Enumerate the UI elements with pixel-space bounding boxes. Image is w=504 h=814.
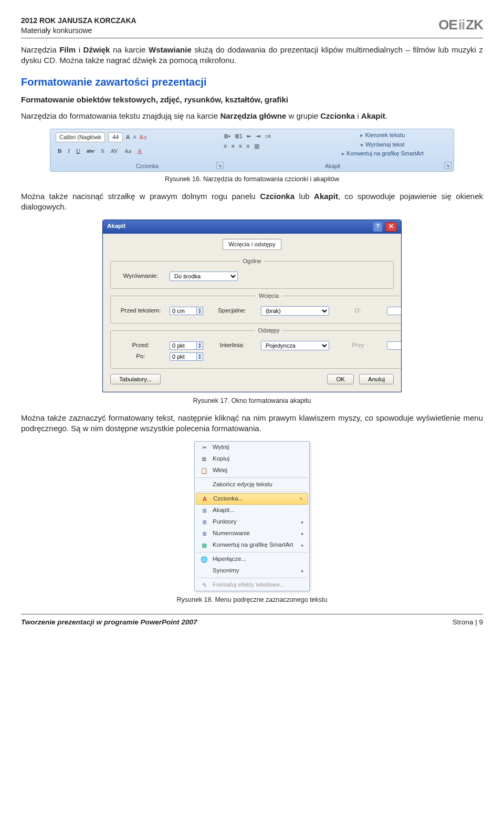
menu-wklej[interactable]: 📋Wklej xyxy=(195,465,309,476)
header-subtitle: Materiały konkursowe xyxy=(21,26,136,36)
input-przy xyxy=(387,341,402,350)
spinner-icon[interactable]: ▲▼ xyxy=(196,341,203,350)
figure-16: Calibri (Nagłówk 44 A A Aↄ B I U abc S A… xyxy=(21,129,483,184)
input-przed[interactable] xyxy=(170,341,197,350)
font-name-combo[interactable]: Calibri (Nagłówk xyxy=(56,132,105,142)
header-title: 2012 ROK JANUSZA KORCZAKA xyxy=(21,16,136,26)
indent-right-icon[interactable]: ⇥ xyxy=(256,132,260,140)
page-footer: Tworzenie prezentacji w programie PowerP… xyxy=(21,614,483,627)
logo-oeiizk: OEiiZK xyxy=(438,16,483,34)
cut-icon: ✂ xyxy=(200,443,208,452)
label-o: O: xyxy=(334,307,382,315)
menu-akapit[interactable]: ≣Akapit... xyxy=(195,505,309,516)
label-po: Po: xyxy=(117,352,164,361)
align-left-icon[interactable]: ≡ xyxy=(224,142,227,150)
figure-18: ✂Wytnij ⧉Kopiuj 📋Wklej Zakończ edycję te… xyxy=(21,441,483,604)
figure-18-caption: Rysunek 18. Menu podręczne zaznaczonego … xyxy=(21,596,483,604)
font-color-icon[interactable]: A xyxy=(135,146,144,156)
italic-icon[interactable]: I xyxy=(66,146,72,156)
align-right-icon[interactable]: ≡ xyxy=(239,142,242,150)
paragraph-2: Narzędzia do formatowania tekstu znajduj… xyxy=(21,111,483,121)
smartart-icon: ▦ xyxy=(200,541,208,549)
hyperlink-icon: 🌐 xyxy=(200,555,208,563)
header-left: 2012 ROK JANUSZA KORCZAKA Materiały konk… xyxy=(21,16,136,36)
char-spacing-icon[interactable]: AV xyxy=(108,146,120,156)
underline-icon[interactable]: U xyxy=(74,146,82,156)
group-label-font: Czcionka xyxy=(50,162,244,170)
heading-formatowanie: Formatowanie zawartości prezentacji xyxy=(21,75,483,89)
label-specjalne: Specjalne: xyxy=(208,307,256,315)
label-przy: Przy xyxy=(334,341,382,350)
menu-hiperlacze[interactable]: 🌐Hiperłącze... xyxy=(195,554,309,565)
label-wyrownanie: Wyrównanie: xyxy=(117,272,164,280)
text-direction-button[interactable]: Kierunek tekstu xyxy=(342,131,424,139)
menu-punktory[interactable]: ≣Punktory▸ xyxy=(195,516,309,528)
align-text-button[interactable]: Wyrównaj tekst xyxy=(342,141,424,149)
grow-font-icon[interactable]: A xyxy=(126,133,130,141)
menu-separator xyxy=(197,477,307,478)
spinner-icon[interactable]: ▲▼ xyxy=(196,352,203,361)
indent-left-icon[interactable]: ⇤ xyxy=(247,132,251,140)
dialog-launcher-paragraph-icon[interactable]: ↘ xyxy=(444,162,452,169)
select-specjalne[interactable]: (brak) xyxy=(261,306,329,316)
paste-icon: 📋 xyxy=(200,466,208,475)
spinner-icon[interactable]: ▲▼ xyxy=(196,307,203,315)
tab-wciecia-odstepy[interactable]: Wcięcia i odstępy xyxy=(223,239,281,251)
help-icon[interactable]: ? xyxy=(373,222,382,232)
footer-left: Tworzenie prezentacji w programie PowerP… xyxy=(21,618,197,627)
menu-separator xyxy=(197,578,307,578)
figure-16-caption: Rysunek 16. Narzędzia do formatowania cz… xyxy=(21,175,483,184)
change-case-icon[interactable]: Aↄ xyxy=(139,133,146,141)
shadow-icon[interactable]: S xyxy=(99,146,106,156)
shrink-font-icon[interactable]: A xyxy=(133,134,136,140)
paragraph-3: Można także nacisnąć strzałkę w prawym d… xyxy=(21,191,483,213)
paragraph-1: Narzędzia Film i Dźwięk na karcie Wstawi… xyxy=(21,45,483,66)
chevron-right-icon: ▸ xyxy=(301,542,304,548)
paragraph-icon: ≣ xyxy=(200,506,208,515)
convert-smartart-button[interactable]: Konwertuj na grafikę SmartArt xyxy=(342,150,424,158)
text-effects-icon: ✎ xyxy=(200,581,208,589)
copy-icon: ⧉ xyxy=(200,455,208,463)
input-po[interactable] xyxy=(170,352,197,361)
menu-czcionka[interactable]: ACzcionka...↖ xyxy=(196,493,308,505)
numbering-icon[interactable]: ≣1 xyxy=(235,132,243,140)
footer-right: Strona | 9 xyxy=(453,618,483,627)
paragraph-4: Można także zaznaczyć formatowany tekst,… xyxy=(21,413,483,434)
figure-17-caption: Rysunek 17. Okno formatowania akapitu xyxy=(21,396,483,405)
menu-synonimy[interactable]: Synonimy▸ xyxy=(195,565,309,577)
menu-smartart[interactable]: ▦Konwertuj na grafikę SmartArt▸ xyxy=(195,539,309,551)
select-interlinia[interactable]: Pojedyncza xyxy=(261,341,329,350)
bullets-icon[interactable]: ≣• xyxy=(224,132,230,140)
context-menu: ✂Wytnij ⧉Kopiuj 📋Wklej Zakończ edycję te… xyxy=(194,441,310,591)
change-case-icon-2[interactable]: Aa xyxy=(122,146,133,156)
font-size-combo[interactable]: 44 xyxy=(108,132,123,142)
label-przed: Przed: xyxy=(117,341,164,350)
menu-kopiuj[interactable]: ⧉Kopiuj xyxy=(195,453,309,465)
tabulatory-button[interactable]: Tabulatory... xyxy=(110,374,161,384)
line-spacing-icon[interactable]: ↕≡ xyxy=(265,132,271,140)
menu-wytnij[interactable]: ✂Wytnij xyxy=(195,442,309,453)
close-icon[interactable]: ✕ xyxy=(385,222,397,232)
menu-separator xyxy=(197,552,307,552)
align-justify-icon[interactable]: ≡ xyxy=(246,142,249,150)
group-wciecia: Wcięcia Przed tekstem: ▲▼ Specjalne: (br… xyxy=(110,292,402,323)
menu-separator xyxy=(197,492,307,492)
ribbon-font-paragraph: Calibri (Nagłówk 44 A A Aↄ B I U abc S A… xyxy=(50,129,454,172)
align-center-icon[interactable]: ≡ xyxy=(231,142,234,150)
strike-icon[interactable]: abc xyxy=(85,146,97,156)
bold-icon[interactable]: B xyxy=(56,146,64,156)
menu-format-text-effects[interactable]: ✎Formatuj efekty tekstowe... xyxy=(195,579,309,591)
select-wyrownanie[interactable]: Do środka xyxy=(170,272,238,281)
input-przed-tekstem[interactable] xyxy=(170,307,197,315)
subheading: Formatowanie obiektów tekstowych, zdjęć,… xyxy=(21,95,483,105)
page-header: 2012 ROK JANUSZA KORCZAKA Materiały konk… xyxy=(21,16,483,38)
menu-zakoncz-edycje[interactable]: Zakończ edycję tekstu xyxy=(195,479,309,491)
menu-numerowanie[interactable]: ≣Numerowanie▸ xyxy=(195,528,309,539)
cancel-button[interactable]: Anuluj xyxy=(359,374,394,384)
dialog-launcher-font-icon[interactable]: ↘ xyxy=(216,162,224,169)
label-przed-tekstem: Przed tekstem: xyxy=(117,307,164,315)
font-icon: A xyxy=(201,495,209,503)
dialog-titlebar[interactable]: Akapit ? ✕ xyxy=(103,220,401,234)
columns-icon[interactable]: ▥ xyxy=(254,142,259,150)
ok-button[interactable]: OK xyxy=(327,374,354,384)
